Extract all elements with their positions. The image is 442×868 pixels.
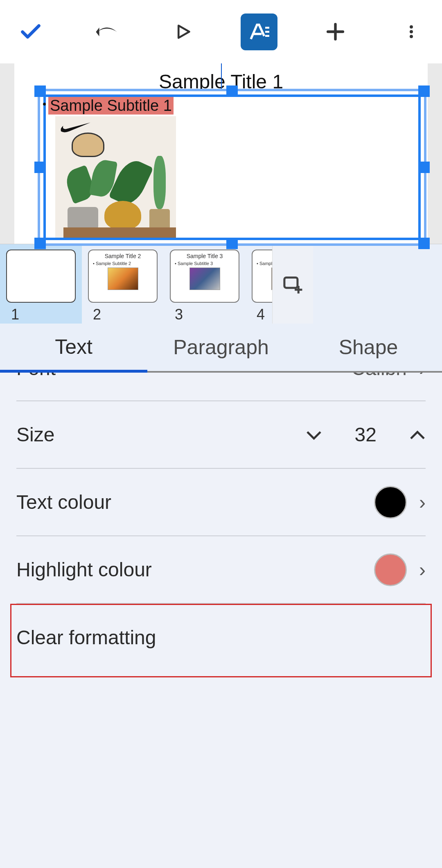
- format-panel: Font Calibri › Size 32 Text colour › Hig…: [0, 373, 442, 868]
- resize-handle[interactable]: [34, 238, 46, 249]
- resize-handle[interactable]: [418, 238, 430, 249]
- tab-text[interactable]: Text: [0, 324, 147, 373]
- svg-point-3: [410, 25, 413, 29]
- text-color-swatch: [374, 486, 407, 519]
- font-row[interactable]: Font Calibri ›: [16, 373, 426, 401]
- bullet-icon: [43, 103, 46, 106]
- svg-point-5: [410, 35, 413, 38]
- slide-thumb-3[interactable]: Sample Title 3 • Sample Subtitle 3 3: [164, 244, 246, 324]
- clear-formatting-row[interactable]: Clear formatting: [16, 604, 426, 671]
- highlight-color-label: Highlight colour: [16, 558, 152, 581]
- chevron-right-icon: ›: [419, 558, 426, 581]
- tab-shape[interactable]: Shape: [295, 324, 442, 371]
- slide-image[interactable]: [55, 116, 176, 238]
- size-label: Size: [16, 423, 54, 446]
- more-button[interactable]: [393, 13, 430, 50]
- resize-handle[interactable]: [226, 238, 238, 249]
- svg-rect-2: [265, 35, 269, 37]
- size-row: Size 32: [16, 401, 426, 469]
- highlight-color-row[interactable]: Highlight colour ›: [16, 536, 426, 604]
- slide-subtitle[interactable]: Sample Subtitle 1: [48, 97, 174, 115]
- resize-handle[interactable]: [418, 85, 430, 97]
- resize-handle[interactable]: [226, 85, 238, 97]
- chevron-right-icon: ›: [419, 373, 426, 380]
- slide-filmstrip: 1 Sample Title 2 • Sample Subtitle 2 2 S…: [0, 244, 442, 324]
- format-tabs: Text Paragraph Shape: [0, 324, 442, 373]
- done-button[interactable]: [12, 13, 49, 50]
- top-toolbar: [0, 0, 442, 63]
- slide-thumb-1[interactable]: 1: [0, 244, 82, 324]
- text-color-row[interactable]: Text colour ›: [16, 469, 426, 536]
- text-color-label: Text colour: [16, 491, 111, 513]
- size-decrease-button[interactable]: [306, 423, 322, 446]
- clear-formatting-label: Clear formatting: [16, 626, 156, 649]
- svg-rect-6: [284, 277, 298, 288]
- add-button[interactable]: [317, 13, 354, 50]
- svg-point-4: [410, 30, 413, 34]
- svg-rect-0: [265, 27, 269, 29]
- font-value: Calibri: [351, 373, 407, 380]
- font-label: Font: [16, 373, 56, 380]
- present-button[interactable]: [165, 13, 201, 50]
- size-value: 32: [355, 423, 377, 446]
- resize-handle[interactable]: [418, 162, 430, 173]
- slide-canvas[interactable]: Sample Title 1 Sample Subtitle 1: [0, 63, 442, 244]
- resize-handle[interactable]: [34, 85, 46, 97]
- resize-handle[interactable]: [34, 162, 46, 173]
- svg-rect-1: [265, 31, 269, 33]
- chevron-right-icon: ›: [419, 491, 426, 513]
- undo-button[interactable]: [88, 13, 125, 50]
- format-button[interactable]: [241, 13, 277, 50]
- slide-thumb-4[interactable]: S • Sample Subtit 4: [246, 244, 272, 324]
- slide-thumb-2[interactable]: Sample Title 2 • Sample Subtitle 2 2: [82, 244, 164, 324]
- add-slide-button[interactable]: [272, 244, 313, 324]
- size-increase-button[interactable]: [409, 423, 426, 446]
- highlight-color-swatch: [374, 553, 407, 586]
- tab-paragraph[interactable]: Paragraph: [147, 324, 295, 371]
